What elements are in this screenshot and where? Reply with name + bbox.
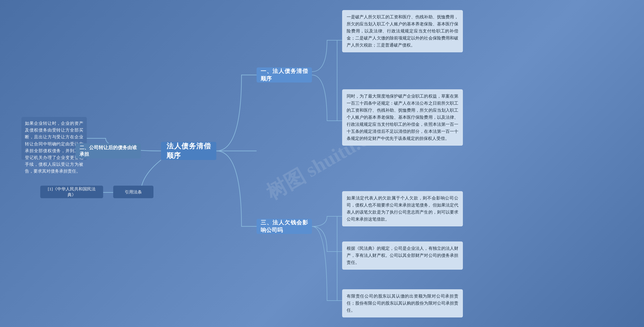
- r1b-text: 同时，为了最大限度地保护破产企业职工的权益，草案在第一百三十四条中还规定：破产人…: [347, 93, 458, 142]
- right-node-r3c: 有限责任公司的股东以其认缴的出资额为限对公司承担责任；股份有限公司的股东以其认购…: [342, 289, 463, 317]
- l1-node-mid: 二、公司转让后的债务由谁承担: [75, 143, 141, 158]
- l1-node-top: 一、法人债务清偿顺序: [257, 67, 312, 83]
- ref-node-2-text: 引用法条: [125, 189, 142, 195]
- r3c-text: 有限责任公司的股东以其认缴的出资额为限对公司承担责任；股份有限公司的股东以其认购…: [347, 293, 458, 314]
- right-node-r3a: 如果法定代表人的欠款属于个人欠款，则不会影响公司公司，债权人也不能要求公司来承担…: [342, 191, 463, 226]
- ref-node-2: 引用法条: [113, 186, 153, 198]
- right-node-r1b: 同时，为了最大限度地保护破产企业职工的权益，草案在第一百三十四条中还规定：破产人…: [342, 89, 463, 146]
- right-node-r3b: 根据《民法典》的规定，公司是企业法人，有独立的法人财产，享有法人财产权。公司以其…: [342, 241, 463, 270]
- r3a-text: 如果法定代表人的欠款属于个人欠款，则不会影响公司公司，债权人也不能要求公司来承担…: [347, 195, 458, 223]
- r1a-text: 一是破产人所欠职工的工资和医疗、伤残补助、抚恤费用，所欠的应当划入职工个人账户的…: [347, 14, 458, 49]
- r3b-text: 根据《民法典》的规定，公司是企业法人，有独立的法人财产，享有法人财产权。公司以其…: [347, 245, 458, 266]
- l1-mid-label: 二、公司转让后的债务由谁承担: [79, 144, 137, 157]
- l1-top-label: 一、法人债务清偿顺序: [261, 67, 308, 83]
- l1-node-bot: 三、法人欠钱会影响公司吗: [257, 219, 312, 234]
- l1-bot-label: 三、法人欠钱会影响公司吗: [261, 219, 308, 234]
- center-label: 法人债务清偿顺序: [167, 141, 211, 160]
- right-node-r1a: 一是破产人所欠职工的工资和医疗、伤残补助、抚恤费用，所欠的应当划入职工个人账户的…: [342, 10, 463, 52]
- connection-lines: [0, 0, 644, 327]
- ref-node-1-text: [1]《中华人民共和国民法典》: [44, 186, 100, 198]
- ref-node-1: [1]《中华人民共和国民法典》: [40, 186, 103, 198]
- left-node-1-text: 如果企业转让时，企业的资产及债权债务由受转让方全部买断，且出让方与受让方在企业转…: [25, 120, 83, 175]
- center-node: 法人债务清偿顺序: [161, 142, 216, 160]
